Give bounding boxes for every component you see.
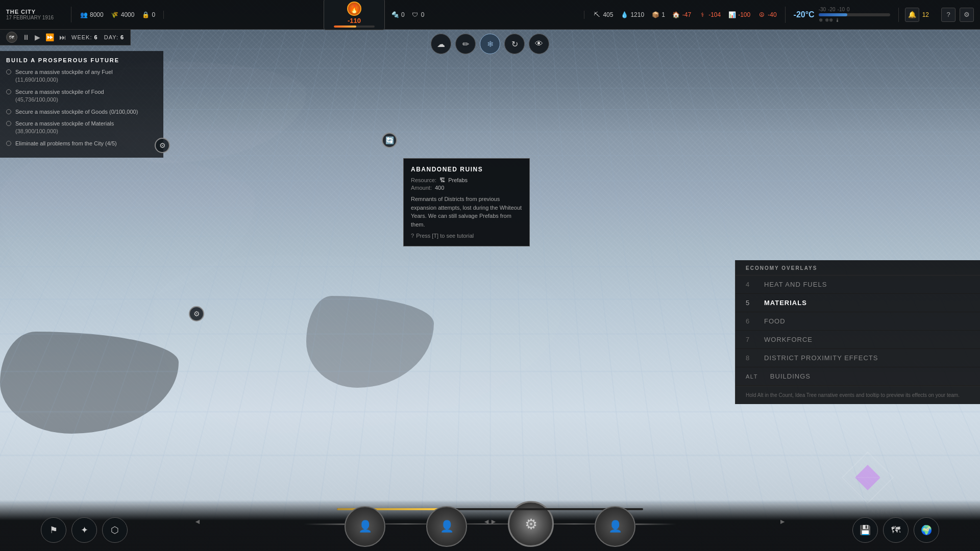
tech-button[interactable]: ✦ <box>71 517 97 543</box>
world-button[interactable]: 🌍 <box>914 517 939 543</box>
agent-portrait-3[interactable]: 👤 <box>595 506 635 547</box>
medical-value: -104 <box>708 11 721 18</box>
workers-icon: 👥 <box>80 11 88 19</box>
rotate-icon: ↻ <box>511 39 518 49</box>
faction-button[interactable]: ⚑ <box>41 517 66 543</box>
economy-item-food[interactable]: 6 FOOD <box>736 312 980 331</box>
tech-icon: ✦ <box>81 524 88 536</box>
map-button[interactable]: 🗺 <box>883 517 909 543</box>
marker-1-icon: ⚙ <box>159 141 166 149</box>
economy-overlays-panel: ECONOMY OVERLAYS 4 HEAT AND FUELS 5 MATE… <box>735 260 980 404</box>
laws-button[interactable]: ⬡ <box>102 517 128 543</box>
settings-button[interactable]: ⚙ <box>960 8 974 22</box>
agent-portrait-1[interactable]: 👤 <box>345 506 385 547</box>
heat-value: -47 <box>682 11 691 18</box>
economy-item-workforce[interactable]: 7 WORKFORCE <box>736 331 980 349</box>
map-bottom-icon: 🗺 <box>891 525 900 536</box>
goods-negative: 📊 -100 <box>728 11 750 19</box>
economy-label-workforce: WORKFORCE <box>764 336 813 343</box>
medical-negative: ⚕ -104 <box>698 11 721 19</box>
notifications-count: 12 <box>922 11 929 18</box>
steam-bar <box>334 26 375 28</box>
prefabs-icon: 🏗 <box>439 177 445 183</box>
heat-negative: 🏠 -47 <box>672 11 691 19</box>
notifications-btn[interactable]: 🔔 <box>905 8 919 22</box>
rotate-btn[interactable]: ↻ <box>504 34 525 54</box>
coal-icon: ⛏ <box>593 11 601 19</box>
left-panel: BUILD A PROSPEROUS FUTURE Secure a massi… <box>0 51 163 158</box>
bottom-right-icons: 💾 🗺 🌍 <box>852 517 939 543</box>
archive-button[interactable]: 💾 <box>852 517 878 543</box>
resources-left: 👥 8000 🌾 4000 🔒 0 <box>71 11 164 19</box>
shield-resource: 🛡 0 <box>411 11 425 19</box>
fast-button[interactable]: ⏩ <box>45 33 54 41</box>
city-date: 17 FEBRUARY 1916 <box>6 15 65 20</box>
question-mark-icon: ? <box>411 233 414 239</box>
economy-label-materials: MATERIALS <box>764 299 807 307</box>
economy-label-food: FOOD <box>764 317 786 325</box>
steam-resource: 💧 1210 <box>620 11 644 19</box>
zero-icon: 🔩 <box>391 11 399 19</box>
tooltip-amount-label: Amount: <box>411 185 432 191</box>
marker-3-icon: 🔄 <box>385 136 394 144</box>
objectives-title: BUILD A PROSPEROUS FUTURE <box>6 57 157 63</box>
coal-resource: ⛏ 405 <box>593 11 613 19</box>
bottom-left-icons: ⚑ ✦ ⬡ <box>41 517 128 543</box>
obj-circle-5 <box>6 141 11 146</box>
economy-label-heat-fuels: HEAT AND FUELS <box>764 281 827 288</box>
center-hud: 🔥 -110 🔩 0 🛡 0 <box>164 0 584 30</box>
steam-bar-fill <box>334 26 356 28</box>
snowflake-icon: ❄ <box>487 39 494 49</box>
marker-2-icon: ⚙ <box>193 310 200 318</box>
alt-label: ALT <box>746 373 758 380</box>
medical-icon: ⚕ <box>698 11 706 19</box>
pause-button[interactable]: ⏸ <box>22 33 30 41</box>
pencil-btn[interactable]: ✏ <box>455 34 476 54</box>
economy-num-7: 7 <box>746 336 756 343</box>
day-value: 6 <box>120 34 124 40</box>
nav-arrow-center-right[interactable]: ► <box>490 517 497 525</box>
week-day-display: WEEK: 6 DAY: 6 <box>71 34 124 40</box>
economy-label-buildings: BUILDINGS <box>770 372 811 380</box>
tooltip-description: Remnants of Districts from previous expa… <box>411 195 522 229</box>
bottom-bar: ◄ ► ► ◄ 👤 👤 ⚙ 👤 <box>0 500 980 551</box>
tooltip-amount-row: Amount: 400 <box>411 185 522 191</box>
nav-arrow-center-left[interactable]: ◄ <box>483 517 490 525</box>
watermark-logo <box>837 447 898 508</box>
nav-arrow-left[interactable]: ◄ <box>194 517 201 525</box>
faith-negative: ☮ -40 <box>757 11 776 19</box>
economy-num-6: 6 <box>746 317 756 325</box>
help-button[interactable]: ? <box>941 8 955 22</box>
economy-item-heat-fuels[interactable]: 4 HEAT AND FUELS <box>736 276 980 294</box>
resources-right: ⛏ 405 💧 1210 📦 1 🏠 -47 ⚕ -104 📊 -100 ☮ -… <box>584 11 785 19</box>
shield-resource-icon: 🛡 <box>411 11 419 19</box>
goods-icon: 📊 <box>728 11 736 19</box>
economy-item-district-effects[interactable]: 8 DISTRICT PROXIMITY EFFECTS <box>736 349 980 367</box>
sick-icon: 🔒 <box>141 11 150 19</box>
tooltip-tutorial-hint: ? Press [T] to see tutorial <box>411 233 522 239</box>
objective-item-1: Secure a massive stockpile of any Fuel(1… <box>6 68 157 84</box>
play-button[interactable]: ▶ <box>35 33 40 41</box>
nav-arrow-right[interactable]: ► <box>779 517 786 525</box>
crates-value: 1 <box>662 11 665 18</box>
agent-portrait-2[interactable]: 👤 <box>426 506 467 547</box>
map-marker-1[interactable]: ⚙ <box>155 138 170 153</box>
temperature-value: -20°C <box>794 10 815 19</box>
map-marker-2[interactable]: ⚙ <box>189 306 204 321</box>
snowflake-btn[interactable]: ❄ <box>480 34 500 54</box>
steam-core-icon: 🔥 <box>347 2 361 16</box>
week-label: WEEK: <box>71 34 92 40</box>
obj-text-3: Secure a massive stockpile of Goods (0/1… <box>15 108 138 116</box>
economy-label-district-effects: DISTRICT PROXIMITY EFFECTS <box>764 354 878 362</box>
map-toggle-btn[interactable]: 🗺 <box>6 32 17 43</box>
economy-item-buildings[interactable]: ALT BUILDINGS <box>736 367 980 386</box>
tooltip-amount-value: 400 <box>435 185 444 191</box>
connector-right <box>635 523 676 525</box>
cloud-btn[interactable]: ☁ <box>431 34 451 54</box>
steam-core-display[interactable]: 🔥 -110 <box>324 0 385 30</box>
economy-item-materials[interactable]: 5 MATERIALS <box>736 294 980 312</box>
temperature-display: -20°C -30 -20 -10 0 ❄ ❄❄ 🌡 <box>785 7 898 23</box>
map-marker-3[interactable]: 🔄 <box>382 133 397 148</box>
eye-btn[interactable]: 👁 <box>529 34 549 54</box>
fastest-button[interactable]: ⏭ <box>59 33 66 41</box>
